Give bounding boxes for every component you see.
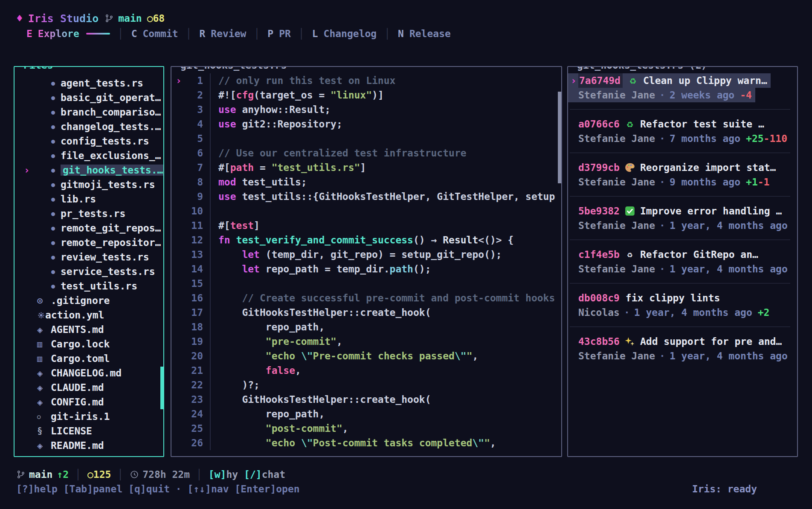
commit-time: 1 year, 4 months ago [670,218,788,233]
line-number: 8 [184,175,211,189]
code-line[interactable]: 20 "echo \"Pre-commit checks passed\"", [171,349,561,363]
tab-separator: │ [186,28,192,39]
file-item[interactable]: ●review_tests.rs [14,250,163,264]
file-item[interactable]: ›●git_hooks_tests.… [14,163,163,177]
line-number: 10 [184,204,211,218]
commit-item[interactable]: c1f4e5b♻Refactor GitRepo an…Stefanie Jan… [568,247,797,276]
code-line[interactable]: 23 GitHooksTestHelper::create_hook( [171,392,561,407]
file-item[interactable]: ●test_utils.rs [14,279,163,293]
code-line[interactable]: 8mod test_utils; [171,175,561,189]
code-token: use [218,104,236,115]
code-line[interactable]: 26 "echo \"Post-commit tasks completed\"… [171,436,561,450]
line-number: 4 [184,117,211,131]
file-item[interactable]: ●config_tests.rs [14,134,163,148]
table-icon: ▥ [37,339,48,349]
code-line[interactable]: 17 GitHooksTestHelper::create_hook( [171,305,561,320]
meta-dot: · [659,131,665,146]
code-token: , [342,423,348,434]
panels-container: Files ●agent_tests.rs●basic_git_operat…●… [0,66,812,457]
file-item[interactable]: ●agent_tests.rs [14,76,163,90]
line-number: 19 [184,334,211,349]
file-item[interactable]: ●basic_git_operat… [14,90,163,105]
code-line[interactable]: 5 [171,131,561,146]
tab-commit[interactable]: CCommit [124,28,186,39]
tab-explore[interactable]: EExplore [19,28,118,39]
code-line[interactable]: 7#[path = "test_utils.rs"] [171,160,561,175]
code-line[interactable]: 15 [171,276,561,291]
cursor-arrow [171,262,184,276]
meta-dot: · [659,349,665,363]
file-item[interactable]: ⊙.gitignore [14,293,163,308]
tab-changelog[interactable]: LChangelog [304,28,384,39]
tab-key: L [312,28,318,39]
code-line[interactable]: 13 let (temp_dir, git_repo) = setup_git_… [171,247,561,262]
code-line[interactable]: 4use git2::Repository; [171,117,561,131]
file-item[interactable]: ●gitmoji_tests.rs [14,177,163,192]
code-line[interactable]: 10 [171,204,561,218]
palette-icon [624,162,636,173]
commit-diff-stats: +1-1 [746,175,769,189]
files-scrollbar-thumb[interactable] [160,367,163,409]
code-line[interactable]: 25 "post-commit", [171,421,561,436]
commit-item[interactable]: a0766c6♻Refactor test suite …Stefanie Ja… [568,117,797,146]
code-line[interactable]: 24 repo_path, [171,407,561,421]
file-item[interactable]: ●branch_compariso… [14,105,163,119]
file-item[interactable]: §LICENSE [14,424,163,438]
cursor-arrow [171,102,184,117]
file-item[interactable]: ◈CONFIG.md [14,395,163,409]
file-item[interactable]: ◈AGENTS.md [14,322,163,337]
code-token: \" [301,350,313,362]
file-item[interactable]: ▥Cargo.lock [14,337,163,351]
file-item[interactable]: ▥Cargo.toml [14,351,163,366]
file-item[interactable]: ●changelog_tests.… [14,119,163,134]
commit-item[interactable]: ›7a6749d♻Clean up Clippy warn…Stefanie J… [568,73,797,102]
file-item[interactable]: ◈README.md [14,438,163,453]
code-line[interactable]: 14 let repo_path = temp_dir.path(); [171,262,561,276]
code-line[interactable]: 12fn test_verify_and_commit_success() → … [171,233,561,247]
cursor-arrow [171,334,184,349]
file-item[interactable]: ◈CHANGELOG.md [14,366,163,380]
cursor-arrow [171,233,184,247]
cursor-arrow [171,436,184,450]
removed-lines-count: -4 [740,90,752,101]
commit-item[interactable]: 5be9382Improve error handling …Stefanie … [568,204,797,233]
file-item[interactable]: ●remote_repositor… [14,235,163,250]
code-line[interactable]: 3use anyhow::Result; [171,102,561,117]
code-line[interactable]: 21 false, [171,363,561,378]
code-token: mod [218,176,236,188]
commit-item[interactable]: 43c8b56Add support for pre and…Stefanie … [568,334,797,363]
code-line[interactable]: 6// Use our centralized test infrastruct… [171,146,561,160]
code-line[interactable]: 22 )?; [171,378,561,392]
tab-pr[interactable]: PPR [260,28,299,39]
file-item[interactable]: ●pr_tests.rs [14,206,163,221]
editor-scrollbar-thumb[interactable] [558,92,561,183]
meta-dot: · [659,262,665,276]
file-name: .gitignore [51,295,110,306]
code-line[interactable]: 9use test_utils::{GitHooksTestHelper, Gi… [171,189,561,204]
code-line[interactable]: 2#![cfg(target_os = "linux")] [171,88,561,102]
tab-review[interactable]: RReview [191,28,254,39]
code-line[interactable]: 19 "pre-commit", [171,334,561,349]
code-token [218,249,242,260]
commit-item[interactable]: d3799cbReorganize import stat…Stefanie J… [568,160,797,189]
file-item[interactable]: ●lib.rs [14,192,163,206]
code-token: , [336,336,342,347]
code-line[interactable]: 11#[test] [171,218,561,233]
tab-release[interactable]: NRelease [390,28,458,39]
commit-message: Refactor GitRepo an… [640,247,758,262]
file-item[interactable]: ●remote_git_repos… [14,221,163,235]
code-line[interactable]: ›1// only run this test on Linux [171,73,561,88]
file-item[interactable]: ○git-iris.1 [14,409,163,424]
code-text: use git2::Repository; [218,117,342,131]
tab-label: Changelog [324,28,377,39]
commit-author: Stefanie Jane [578,262,655,276]
file-item[interactable]: ●service_tests.rs [14,264,163,279]
file-item[interactable]: action.yml [14,308,163,322]
line-number: 23 [184,392,211,407]
code-line[interactable]: 18 repo_path, [171,320,561,334]
commit-message: Reorganize import stat… [640,160,776,175]
file-item[interactable]: ◈CLAUDE.md [14,380,163,395]
file-item[interactable]: ●file_exclusions_… [14,148,163,163]
commit-item[interactable]: db008c9 fix clippy lintsNicolas·1 year, … [568,291,797,320]
code-line[interactable]: 16 // Create successful pre-commit and p… [171,291,561,305]
